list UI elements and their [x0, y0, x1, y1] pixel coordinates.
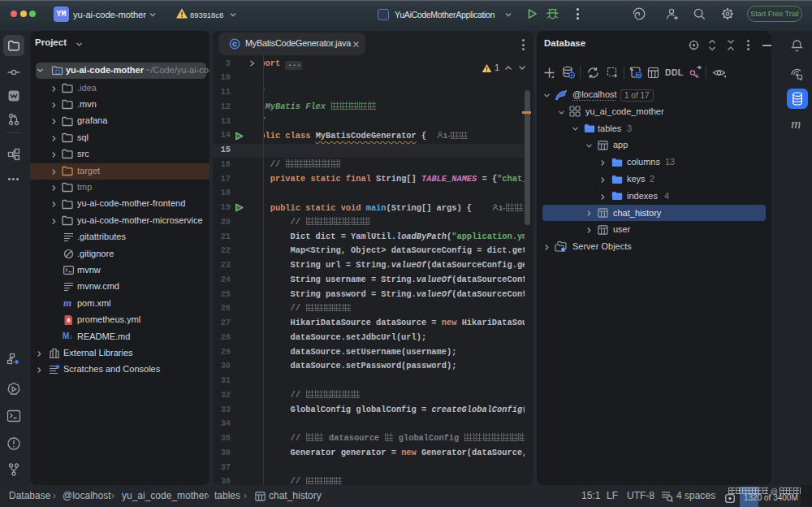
svg-text:C: C: [232, 41, 237, 48]
